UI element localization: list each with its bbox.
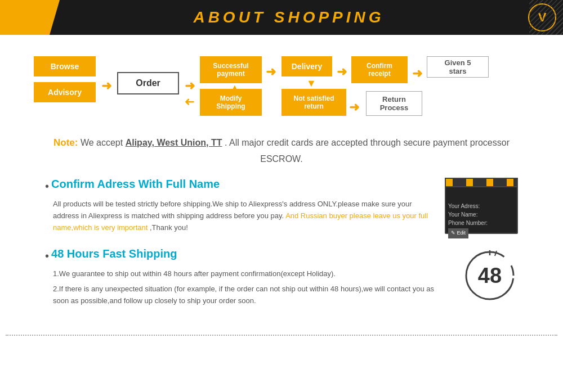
body-text-1c: ,Thank you! bbox=[150, 223, 188, 232]
section-title-1: Confirm Adress With Full Name bbox=[51, 178, 220, 191]
arrow-to-order: ➜ bbox=[101, 79, 111, 93]
circle-48-number: 48 bbox=[478, 264, 502, 288]
flow-advisory: Advisory bbox=[34, 82, 96, 102]
body-text-2a: 1.We guarantee to ship out within 48 hou… bbox=[53, 268, 448, 280]
address-label2: Your Name: bbox=[448, 210, 515, 219]
flow-section: Browse ➜ Advisory Order ➜ Successful pay… bbox=[0, 35, 563, 124]
section-title-2: 48 Hours Fast Shipping bbox=[51, 247, 177, 260]
flow-diagram: Browse ➜ Advisory Order ➜ Successful pay… bbox=[34, 51, 529, 118]
flow-return-process: Return Process bbox=[366, 91, 422, 116]
flow-delivery: Delivery bbox=[282, 56, 332, 76]
flow-order: Order bbox=[117, 72, 179, 94]
header: ABOUT SHOPPING V bbox=[0, 0, 563, 35]
flow-successful-payment: Successful payment bbox=[200, 56, 262, 83]
section-confirm-text: • Confirm Adress With Full Name All prod… bbox=[45, 178, 431, 233]
header-decorative-lines bbox=[529, 0, 563, 35]
circle-48-graphic: 48 bbox=[462, 247, 518, 304]
note-section: Note: We accept Alipay, West Union, TT .… bbox=[0, 124, 563, 172]
note-text2: . All major credit cards are accepted th… bbox=[225, 138, 510, 164]
section-body-1: All products will be tested strictly bef… bbox=[53, 199, 431, 233]
arrow-delivery-down: ▼ bbox=[306, 78, 316, 89]
arrow-return: ➜ bbox=[349, 100, 359, 115]
header-title: ABOUT SHOPPING bbox=[50, 8, 528, 26]
section-title-row-2: • 48 Hours Fast Shipping bbox=[45, 247, 448, 265]
edit-button[interactable]: ✎ Edit bbox=[448, 228, 468, 238]
flow-browse: Browse bbox=[34, 56, 96, 76]
arrow-payment-delivery: ➜ bbox=[266, 65, 276, 79]
section-48-hours: • 48 Hours Fast Shipping 1.We guarantee … bbox=[45, 247, 518, 307]
section-title-row-1: • Confirm Adress With Full Name bbox=[45, 178, 431, 195]
content-section: • Confirm Adress With Full Name All prod… bbox=[0, 172, 563, 326]
address-label3: Phone Number: bbox=[448, 219, 515, 227]
header-yellow-block bbox=[0, 0, 50, 35]
bottom-divider bbox=[6, 335, 557, 336]
flow-not-satisfied-return: Not satisfied return bbox=[282, 89, 346, 116]
clapper-content: Your Adress: Your Name: Phone Number: ✎ … bbox=[448, 202, 515, 238]
bullet-dot-1: • bbox=[45, 180, 49, 193]
note-label: Note: bbox=[53, 137, 78, 148]
clapper-body: Your Adress: Your Name: Phone Number: ✎ … bbox=[445, 186, 518, 234]
arrow-modify-up: ▲ bbox=[230, 82, 240, 94]
body-text-2b: 2.If there is any unexpected situation (… bbox=[53, 283, 448, 307]
clapperboard-image: Your Adress: Your Name: Phone Number: ✎ … bbox=[445, 178, 518, 234]
arrow-order-right: ➜ bbox=[185, 79, 195, 93]
arrow-confirm-stars: ➜ bbox=[412, 66, 422, 81]
section-48-text: • 48 Hours Fast Shipping 1.We guarantee … bbox=[45, 247, 448, 307]
section-body-2: 1.We guarantee to ship out within 48 hou… bbox=[53, 268, 448, 307]
tick-top-right bbox=[495, 251, 497, 256]
flow-given-5-stars: Given 5 stars bbox=[427, 56, 489, 78]
arrow-modify-left: ➜ bbox=[185, 94, 195, 109]
flow-confirm-receipt: Confirm receipt bbox=[351, 56, 408, 83]
section-confirm-address: • Confirm Adress With Full Name All prod… bbox=[45, 178, 518, 234]
arrow-delivery-confirm: ➜ bbox=[337, 65, 347, 79]
note-highlight: Alipay, West Union, TT bbox=[126, 138, 222, 147]
note-text: Note: We accept Alipay, West Union, TT .… bbox=[34, 135, 529, 166]
address-label1: Your Adress: bbox=[448, 202, 515, 210]
bullet-dot-2: • bbox=[45, 250, 49, 263]
note-text1: We accept bbox=[81, 138, 126, 147]
